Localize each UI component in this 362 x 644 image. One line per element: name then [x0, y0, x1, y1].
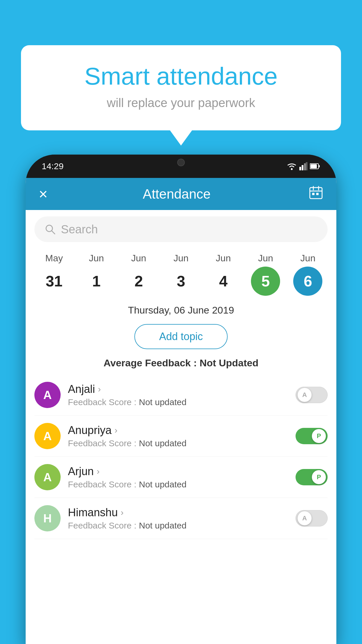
toggle-knob: A [298, 388, 312, 402]
student-avatar: H [34, 505, 61, 531]
date-col[interactable]: Jun6 [290, 253, 325, 296]
svg-line-15 [52, 231, 55, 234]
date-number[interactable]: 31 [40, 267, 69, 296]
student-name: Arjun › [68, 465, 288, 478]
student-info: Anjali ›Feedback Score : Not updated [68, 383, 288, 407]
svg-rect-7 [310, 164, 317, 168]
toggle-knob: P [312, 429, 326, 443]
status-time: 14:29 [42, 161, 64, 171]
app-screen: × Attendance Search [26, 178, 336, 644]
avg-feedback: Average Feedback : Not Updated [26, 354, 336, 374]
student-feedback: Feedback Score : Not updated [68, 521, 288, 531]
date-number[interactable]: 2 [124, 267, 153, 296]
student-item[interactable]: AAnupriya ›Feedback Score : Not updatedP [34, 416, 328, 457]
date-month: Jun [301, 253, 316, 264]
student-feedback: Feedback Score : Not updated [68, 480, 288, 489]
student-info: Anupriya ›Feedback Score : Not updated [68, 424, 288, 448]
student-avatar: A [34, 382, 61, 408]
date-number[interactable]: 1 [82, 267, 111, 296]
student-info: Arjun ›Feedback Score : Not updated [68, 465, 288, 489]
date-col[interactable]: May31 [37, 253, 72, 296]
selected-date-info: Thursday, 06 June 2019 [26, 299, 336, 319]
attendance-toggle[interactable]: P [296, 469, 328, 485]
speech-bubble-container: Smart attendance will replace your paper… [21, 45, 341, 130]
app-header: × Attendance [26, 178, 336, 210]
avg-feedback-value: Not Updated [200, 357, 259, 368]
date-number[interactable]: 3 [166, 267, 196, 296]
svg-rect-4 [306, 162, 307, 170]
date-col[interactable]: Jun1 [79, 253, 114, 296]
toggle-knob: A [298, 511, 312, 525]
phone-frame: 14:29 [26, 155, 336, 644]
student-item[interactable]: AAnjali ›Feedback Score : Not updatedA [34, 374, 328, 416]
date-month: Jun [89, 253, 104, 264]
search-placeholder: Search [61, 223, 98, 236]
student-feedback: Feedback Score : Not updated [68, 397, 288, 407]
chevron-right-icon: › [121, 508, 124, 517]
svg-rect-12 [312, 193, 314, 195]
search-icon [45, 224, 56, 235]
chevron-right-icon: › [97, 466, 100, 476]
signal-icon [299, 162, 307, 170]
toggle-switch[interactable]: P [296, 469, 328, 485]
bubble-subtitle: will replace your paperwork [41, 96, 321, 110]
date-month: May [45, 253, 63, 264]
student-feedback: Feedback Score : Not updated [68, 438, 288, 448]
signal-icons [287, 162, 320, 170]
chevron-right-icon: › [98, 384, 101, 394]
date-month: Jun [216, 253, 231, 264]
front-camera [177, 159, 185, 166]
svg-rect-3 [304, 163, 306, 170]
avg-feedback-label: Average Feedback : [103, 357, 199, 368]
date-col[interactable]: Jun4 [206, 253, 241, 296]
calendar-icon [309, 185, 323, 200]
date-number[interactable]: 5 [251, 267, 280, 296]
wifi-icon [287, 162, 297, 170]
calendar-button[interactable] [309, 185, 323, 203]
student-list: AAnjali ›Feedback Score : Not updatedAAA… [26, 374, 336, 539]
speech-bubble: Smart attendance will replace your paper… [21, 45, 341, 130]
notch [158, 155, 204, 171]
svg-rect-2 [302, 165, 303, 170]
date-number[interactable]: 4 [209, 267, 238, 296]
student-item[interactable]: HHimanshu ›Feedback Score : Not updatedA [34, 498, 328, 539]
student-name: Himanshu › [68, 506, 288, 519]
search-bar[interactable]: Search [34, 216, 328, 242]
svg-rect-1 [299, 167, 301, 170]
date-month: Jun [131, 253, 146, 264]
date-col[interactable]: Jun3 [164, 253, 198, 296]
date-col[interactable]: Jun5 [248, 253, 283, 296]
toggle-switch[interactable]: A [296, 387, 328, 403]
student-name: Anupriya › [68, 424, 288, 437]
student-name: Anjali › [68, 383, 288, 396]
toggle-knob: P [312, 470, 326, 484]
svg-point-0 [291, 168, 293, 170]
date-month: Jun [173, 253, 189, 264]
chevron-right-icon: › [115, 425, 117, 435]
attendance-toggle[interactable]: A [296, 510, 328, 526]
date-month: Jun [258, 253, 273, 264]
toggle-switch[interactable]: P [296, 428, 328, 444]
student-avatar: A [34, 423, 61, 449]
attendance-toggle[interactable]: A [296, 387, 328, 403]
student-item[interactable]: AArjun ›Feedback Score : Not updatedP [34, 457, 328, 498]
svg-rect-8 [310, 188, 322, 199]
date-number[interactable]: 6 [293, 267, 322, 296]
bubble-title: Smart attendance [41, 63, 321, 90]
student-avatar: A [34, 464, 61, 490]
status-bar: 14:29 [26, 155, 336, 178]
header-title: Attendance [48, 186, 306, 202]
add-topic-button[interactable]: Add topic [134, 324, 228, 349]
attendance-toggle[interactable]: P [296, 428, 328, 444]
toggle-switch[interactable]: A [296, 510, 328, 526]
svg-rect-6 [319, 165, 320, 167]
close-button[interactable]: × [39, 186, 48, 202]
date-col[interactable]: Jun2 [121, 253, 156, 296]
calendar-strip: May31Jun1Jun2Jun3Jun4Jun5Jun6 [26, 249, 336, 299]
student-info: Himanshu ›Feedback Score : Not updated [68, 506, 288, 531]
svg-rect-13 [316, 193, 319, 195]
battery-icon [310, 163, 320, 169]
